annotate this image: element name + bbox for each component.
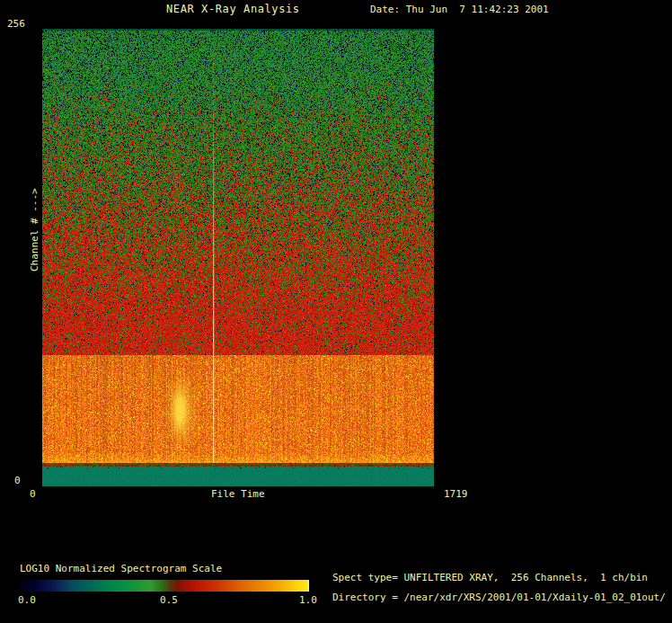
colorbar-title: LOG10 Normalized Spectrogram Scale	[20, 564, 222, 574]
colorbar-tick-min: 0.0	[18, 595, 36, 606]
colorbar-gradient	[20, 580, 309, 592]
colorbar-tick-max: 1.0	[299, 595, 317, 606]
y-axis-top-tick: 256	[7, 19, 25, 30]
y-axis-label: Channel # --->	[30, 188, 40, 271]
x-axis-left-tick: 0	[30, 489, 36, 500]
x-axis-label: File Time	[211, 489, 265, 500]
spect-type-line: Spect type= UNFILTERED XRAY, 256 Channel…	[332, 573, 648, 583]
xray-analysis-window: NEAR X-Ray Analysis Date: Thu Jun 7 11:4…	[0, 0, 672, 623]
colorbar-tick-mid: 0.5	[160, 595, 178, 606]
spectrogram-image	[42, 29, 434, 486]
x-axis-right-tick: 1719	[444, 489, 468, 500]
date-label: Date: Thu Jun 7 11:42:23 2001	[370, 4, 549, 15]
directory-line: Directory = /near/xdr/XRS/2001/01-01/Xda…	[332, 592, 666, 603]
y-axis-bottom-tick: 0	[14, 476, 21, 486]
page-title: NEAR X-Ray Analysis	[166, 4, 300, 14]
